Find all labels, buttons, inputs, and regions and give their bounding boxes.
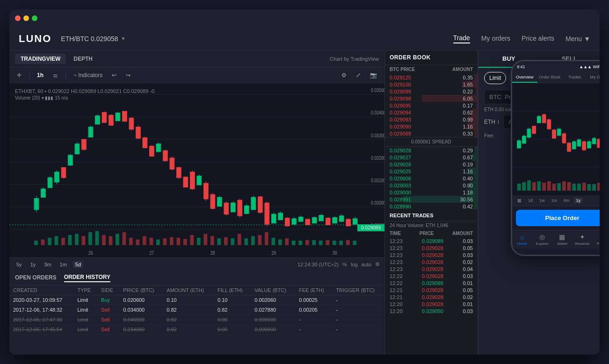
tab-depth[interactable]: DEPTH <box>68 54 98 64</box>
svg-rect-160 <box>333 241 336 245</box>
svg-rect-212 <box>557 183 561 191</box>
ask-row[interactable]: 0.029100 1.65 <box>385 81 478 88</box>
limit-btn[interactable]: Limit <box>484 72 506 84</box>
table-row[interactable]: 2017-12-06, 17:45:54 Limit Sell 0.234000… <box>9 325 384 335</box>
phone-tf-1d[interactable]: 1d <box>526 197 535 204</box>
asks-container: 0.029125 0.35 0.029100 1.65 0.029099 0.2… <box>385 74 478 137</box>
bid-row[interactable]: 0.029003 0.90 <box>385 182 478 189</box>
col-amount-h: AMOUNT <box>452 231 473 236</box>
svg-rect-195 <box>582 142 586 150</box>
phone-tab-trades[interactable]: Trades <box>562 72 587 83</box>
svg-rect-27 <box>55 172 59 182</box>
tab-order-history[interactable]: ORDER HISTORY <box>64 274 110 282</box>
ask-row[interactable]: 0.029093 0.99 <box>385 116 478 123</box>
tf-5y[interactable]: 5y <box>14 261 24 268</box>
tab-open-orders[interactable]: OPEN ORDERS <box>15 274 57 282</box>
settings-icon[interactable]: ⚙ <box>339 71 349 79</box>
svg-rect-179 <box>542 114 546 123</box>
titlebar <box>9 9 600 27</box>
tf-3m[interactable]: 3m <box>42 261 53 268</box>
bid-row[interactable]: 0.029027 0.67 <box>385 154 478 161</box>
chevron-down-icon: ▼ <box>121 36 126 41</box>
chart-tabs: TRADINGVIEW DEPTH Chart by TradingView <box>9 50 384 67</box>
ask-row[interactable]: 0.029125 0.35 <box>385 74 478 81</box>
phone-bottom-profile[interactable]: ◉Profile <box>592 230 600 249</box>
redo-btn[interactable]: ↪ <box>123 71 133 79</box>
trade-amount: 0.02 <box>463 294 473 300</box>
main-layout: TRADINGVIEW DEPTH Chart by TradingView ✛… <box>9 50 600 355</box>
auto-label[interactable]: auto <box>362 262 371 267</box>
svg-rect-59 <box>163 150 168 161</box>
nav-menu[interactable]: Menu ▼ <box>566 35 590 43</box>
tf-1m[interactable]: 1m <box>58 261 69 268</box>
phone-bottom-rewards[interactable]: ✦Rewards <box>572 230 592 249</box>
table-row[interactable]: 2017-12-06, 17:48:32 Limit Sell 0.034000… <box>9 305 384 315</box>
svg-text:0.032000: 0.032000 <box>371 155 384 161</box>
phone-bottom-wallet[interactable]: ▦Wallet <box>552 230 573 249</box>
phone-tf-1w[interactable]: 1w <box>537 197 547 204</box>
indicators-btn[interactable]: ~ Indicators <box>71 71 105 79</box>
phone-tf-6m[interactable]: 6m <box>561 197 572 204</box>
percent-label[interactable]: % <box>342 262 347 267</box>
bid-row[interactable]: 0.028990 0.42 <box>385 203 478 210</box>
minimize-button[interactable] <box>23 15 29 21</box>
bid-row[interactable]: 0.028991 30.56 <box>385 196 478 203</box>
phone-tab-orderbook[interactable]: Order Book <box>537 72 563 83</box>
bid-row[interactable]: 0.029006 0.40 <box>385 175 478 182</box>
svg-rect-199 <box>592 138 596 144</box>
crosshair-tool[interactable]: ✛ <box>14 71 24 79</box>
phone-tab-overview[interactable]: Overview <box>512 72 537 83</box>
ask-row[interactable]: 0.029099 0.22 <box>385 88 478 95</box>
log-label[interactable]: log <box>351 262 358 267</box>
recent-trades-section: RECENT TRADES 24 Hour Volume: ETH 1,046 … <box>385 210 478 355</box>
order-amount: 0.82 <box>163 315 214 325</box>
bid-row[interactable]: 0.029025 1.16 <box>385 168 478 175</box>
camera-icon[interactable]: 📷 <box>367 71 380 79</box>
svg-rect-157 <box>312 240 316 245</box>
phone-chart <box>512 83 600 195</box>
phone-tf-1y[interactable]: 1y <box>574 197 583 204</box>
svg-rect-134 <box>156 239 160 245</box>
ask-row[interactable]: 0.029089 0.33 <box>385 130 478 137</box>
chart-settings-icon[interactable]: ⚙ <box>375 261 380 267</box>
pair-selector[interactable]: ETH/BTC 0.029058 ▼ <box>61 35 125 43</box>
candle-type[interactable]: ⚌ <box>50 71 61 79</box>
phone-bottom-explore[interactable]: ◎Explore <box>532 230 552 249</box>
order-fee: - <box>295 315 332 325</box>
phone-tab-myorders[interactable]: My Orders <box>587 72 600 83</box>
ask-row[interactable]: 0.029090 1.16 <box>385 123 478 130</box>
order-fee: 0.00205 <box>295 305 332 315</box>
fullscreen-icon[interactable]: ⤢ <box>353 71 363 79</box>
close-button[interactable] <box>15 15 21 21</box>
phone-place-order[interactable]: Place Order <box>516 210 600 226</box>
nav-my-orders[interactable]: My orders <box>481 35 510 43</box>
phone-tf-1m[interactable]: 1m <box>549 197 560 204</box>
ask-row[interactable]: 0.029095 0.17 <box>385 102 478 109</box>
svg-rect-105 <box>319 215 324 221</box>
trade-row: 12:23 0.029089 0.03 <box>385 237 478 244</box>
timeframe-1h[interactable]: 1h <box>34 71 46 79</box>
svg-rect-208 <box>537 181 541 191</box>
ask-row[interactable]: 0.029094 0.62 <box>385 109 478 116</box>
bid-row[interactable]: 0.029026 0.19 <box>385 161 478 168</box>
trade-amount: 0.05 <box>463 287 473 293</box>
nav-trade[interactable]: Trade <box>453 34 470 43</box>
right-panel: BUY SELL Limit Market Stop-limit ? ETH 0… <box>478 50 600 355</box>
tab-tradingview[interactable]: TRADINGVIEW <box>15 54 66 64</box>
table-row[interactable]: 2017-12-06, 17:47:30 Limit Sell 0.340000… <box>9 315 384 325</box>
undo-btn[interactable]: ↩ <box>109 71 119 79</box>
ask-amount: 0.35 <box>463 75 473 80</box>
maximize-button[interactable] <box>32 15 37 21</box>
table-row[interactable]: 2020-03-27, 10:09:57 Limit Buy 0.020600 … <box>9 295 384 305</box>
nav-price-alerts[interactable]: Price alerts <box>522 35 554 43</box>
bid-row[interactable]: 0.029000 1.18 <box>385 189 478 196</box>
tf-1y[interactable]: 1y <box>28 261 38 268</box>
svg-rect-93 <box>278 213 283 220</box>
phone-tabs: Overview Order Book Trades My Orders <box>512 72 600 83</box>
ask-row[interactable]: 0.029098 6.05 <box>385 95 478 102</box>
phone-bottom-home[interactable]: ⌂Home <box>512 230 532 249</box>
phone-tf-bar[interactable]: ▦ <box>515 197 524 204</box>
bid-row[interactable]: 0.029028 0.29 <box>385 147 478 154</box>
tf-5d[interactable]: 5d <box>73 261 83 268</box>
svg-rect-29 <box>61 167 66 178</box>
